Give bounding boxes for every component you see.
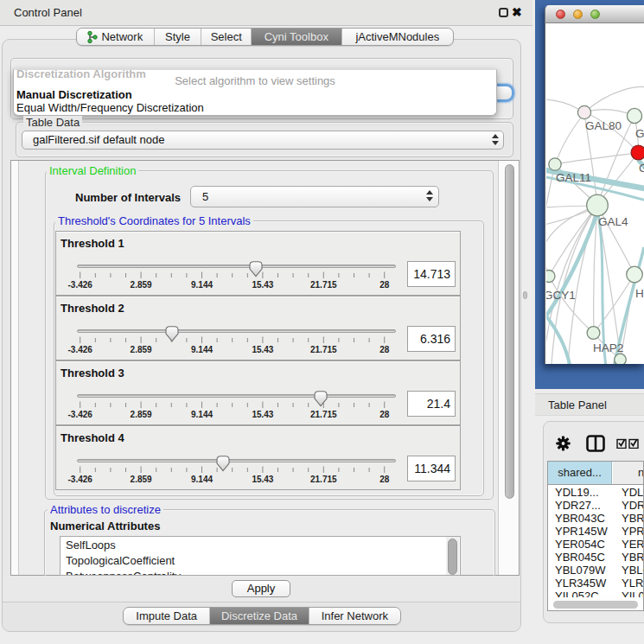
- svg-text:GAL80: GAL80: [585, 119, 622, 132]
- svg-text:H: H: [635, 287, 644, 300]
- svg-text:GA: GA: [635, 127, 644, 140]
- svg-text:GAL4: GAL4: [598, 215, 628, 228]
- svg-text:HAP2: HAP2: [593, 341, 623, 354]
- svg-text:G: G: [639, 162, 644, 175]
- svg-text:GAL11: GAL11: [556, 171, 591, 184]
- svg-text:GCY1: GCY1: [546, 289, 576, 302]
